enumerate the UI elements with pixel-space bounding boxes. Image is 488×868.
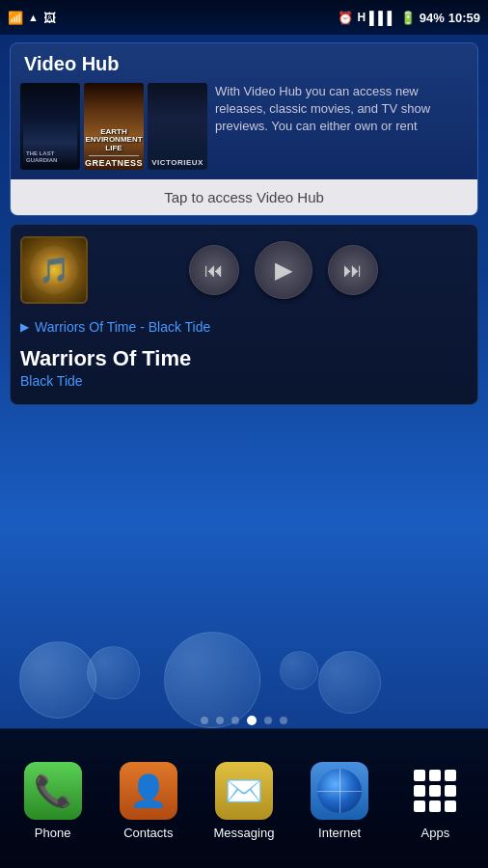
internet-icon [311, 762, 368, 820]
bubble-4 [280, 651, 318, 690]
phone-icon: 📞 [24, 762, 82, 820]
apps-grid-dot-5 [429, 785, 441, 797]
video-hub-tap-button[interactable]: Tap to access Video Hub [11, 179, 477, 215]
song-artist: Black Tide [20, 373, 468, 389]
apps-grid-dot-9 [445, 800, 456, 812]
signal-icon: ▲ [28, 12, 39, 23]
status-bar: 📶 ▲ 🖼 ⏰ H ▌▌▌ 🔋 94% 10:59 [0, 0, 488, 35]
music-player-widget: 🎵 ⏮ ▶ ⏭ ▶ Warriors Of Time - Black Tide … [10, 224, 478, 405]
internet-label: Internet [318, 826, 361, 840]
globe-icon [317, 769, 362, 813]
contacts-label: Contacts [123, 826, 173, 840]
movie-covers: THE LASTGUARDIAN EARTHENVIRONMENTLIFE GR… [20, 83, 207, 170]
movie-cover-victorieux: VICTORIEUX [148, 83, 207, 170]
wifi-icon: 📶 [8, 11, 23, 25]
next-icon: ⏭ [343, 259, 363, 282]
play-icon: ▶ [275, 257, 292, 284]
apps-grid-dot-6 [445, 785, 456, 797]
bubble-5 [318, 651, 381, 714]
page-indicators [0, 716, 488, 725]
alarm-icon: ⏰ [338, 11, 353, 25]
apps-grid-icon [410, 766, 460, 816]
phone-label: Phone [35, 826, 71, 840]
dock-item-phone[interactable]: 📞 Phone [10, 762, 96, 840]
dock-item-messaging[interactable]: ✉️ Messaging [201, 762, 287, 840]
battery-icon: 🔋 [400, 11, 416, 25]
next-button[interactable]: ⏭ [328, 245, 378, 295]
bubble-1 [19, 641, 96, 719]
apps-grid-dot-4 [414, 785, 425, 797]
status-right-icons: ⏰ H ▌▌▌ 🔋 94% 10:59 [338, 11, 480, 25]
page-dot-4[interactable] [247, 716, 257, 725]
video-hub-content: THE LASTGUARDIAN EARTHENVIRONMENTLIFE GR… [11, 83, 477, 179]
dock-item-internet[interactable]: Internet [296, 762, 383, 840]
song-title: Warriors Of Time [20, 346, 468, 371]
movie-cover-guardian: THE LASTGUARDIAN [20, 83, 80, 170]
track-play-icon: ▶ [20, 320, 29, 334]
music-song-info: Warriors Of Time Black Tide [11, 342, 477, 404]
messaging-icon: ✉️ [215, 762, 273, 820]
album-art: 🎵 [20, 236, 88, 304]
network-type: H [357, 11, 366, 24]
battery-percent: 94% [420, 11, 445, 25]
prev-button[interactable]: ⏮ [189, 245, 239, 295]
apps-icon [406, 762, 464, 820]
dock: 📞 Phone 👤 Contacts ✉️ Messaging Internet [0, 728, 488, 868]
apps-label: Apps [421, 826, 450, 840]
signal-bars: ▌▌▌ [369, 11, 396, 25]
messaging-label: Messaging [214, 826, 275, 840]
prev-icon: ⏮ [204, 259, 224, 282]
music-note-icon: 🎵 [39, 256, 69, 285]
dock-item-apps[interactable]: Apps [392, 762, 478, 840]
video-hub-description: With Video Hub you can access new releas… [215, 83, 468, 136]
bubbles-decoration [0, 612, 488, 728]
dock-item-contacts[interactable]: 👤 Contacts [105, 762, 192, 840]
music-controls: ⏮ ▶ ⏭ [99, 241, 468, 299]
track-full-title: Warriors Of Time - Black Tide [35, 319, 210, 335]
music-top-section: 🎵 ⏮ ▶ ⏭ [11, 225, 477, 315]
clock: 10:59 [448, 11, 480, 25]
apps-grid-dot-1 [414, 770, 425, 781]
track-bar: ▶ Warriors Of Time - Black Tide [11, 315, 477, 342]
video-hub-title: Video Hub [11, 43, 477, 83]
play-button[interactable]: ▶ [255, 241, 312, 299]
status-left-icons: 📶 ▲ 🖼 [8, 11, 56, 25]
page-dot-1[interactable] [201, 717, 208, 724]
bubble-3 [164, 632, 260, 728]
contacts-icon: 👤 [120, 762, 177, 820]
album-art-image: 🎵 [30, 246, 78, 294]
image-icon: 🖼 [43, 11, 56, 25]
page-dot-6[interactable] [280, 717, 287, 724]
page-dot-2[interactable] [216, 717, 224, 724]
page-dot-5[interactable] [264, 717, 272, 724]
bubble-2 [87, 646, 140, 699]
page-dot-3[interactable] [231, 717, 239, 724]
apps-grid-dot-2 [429, 770, 441, 781]
apps-grid-dot-7 [414, 800, 425, 812]
video-hub-widget: Video Hub THE LASTGUARDIAN EARTHENVIRONM… [10, 42, 478, 216]
apps-grid-dot-3 [445, 770, 456, 781]
apps-grid-dot-8 [429, 800, 441, 812]
movie-cover-greatness: EARTHENVIRONMENTLIFE GREATNESS [84, 83, 144, 170]
